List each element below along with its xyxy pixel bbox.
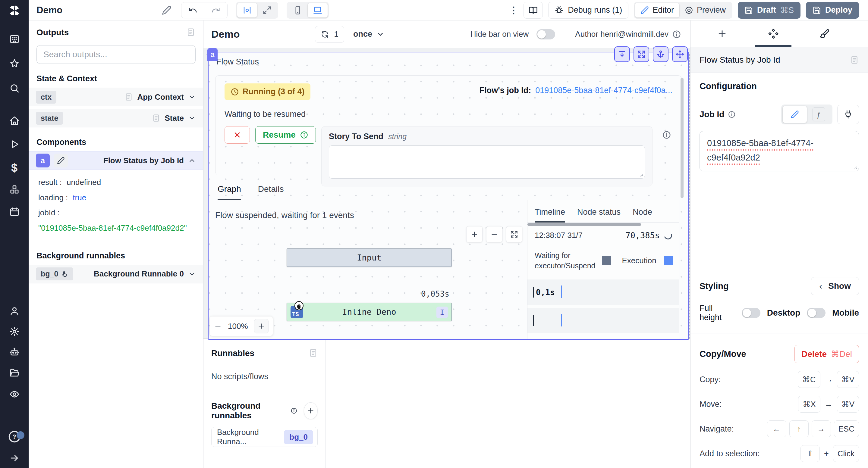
favorites-star-icon[interactable] [9, 59, 20, 69]
tab-graph[interactable]: Graph [218, 184, 241, 200]
timeline-row[interactable]: 0,1s [527, 279, 679, 305]
mobile-label: Mobile [832, 308, 859, 318]
zoom-increase-button[interactable] [254, 319, 269, 333]
panel-doc-icon[interactable] [309, 348, 318, 358]
apps-icon[interactable] [9, 34, 20, 44]
component-a-badge: a [36, 154, 50, 167]
component-vertical-scrollbar[interactable] [681, 78, 684, 198]
story-textarea[interactable] [329, 145, 645, 178]
schedules-calendar-icon[interactable] [9, 207, 20, 217]
ctx-output-row[interactable]: ctx App Context [29, 88, 203, 106]
settings-gear-icon[interactable] [9, 327, 20, 337]
resize-handle-icon[interactable] [851, 163, 858, 170]
resources-boxes-icon[interactable] [9, 184, 20, 195]
flow-status-tabs: Graph Details [218, 184, 679, 200]
app-canvas[interactable]: a Flow Status Running (3 of 4) Flow's jo… [204, 48, 690, 338]
chevron-down-icon[interactable] [188, 270, 196, 278]
refresh-button[interactable]: 1 [315, 26, 344, 43]
info-icon[interactable] [290, 407, 298, 415]
flow-graph-pane[interactable]: Flow suspended, waiting for 1 events Inp… [209, 200, 527, 340]
docs-book-button[interactable] [524, 2, 543, 19]
tab-node-definition[interactable]: Node [632, 207, 652, 222]
desktop-toggle[interactable] [807, 308, 826, 318]
resize-handle-icon[interactable] [637, 170, 644, 177]
chevron-up-icon[interactable] [188, 157, 196, 164]
panel-doc-icon[interactable] [186, 28, 195, 37]
panel-doc-icon[interactable] [850, 56, 859, 64]
component-a-row[interactable]: a Flow Status by Job Id [29, 151, 203, 170]
delete-component-button[interactable]: Delete ⌘Del [795, 345, 859, 363]
graph-node-input[interactable]: Input [287, 248, 452, 267]
bg0-output-row[interactable]: bg_0 Background Runnable 0 [29, 265, 203, 283]
show-styling-button[interactable]: ‹ Show [811, 277, 859, 295]
tab-timeline[interactable]: Timeline [535, 207, 565, 223]
variables-dollar-icon[interactable]: $ [11, 161, 18, 174]
user-icon[interactable] [9, 306, 20, 316]
graph-node-inline-deno[interactable]: TS Inline Deno I [287, 303, 452, 321]
ctx-badge: ctx [36, 91, 56, 104]
desktop-label: Desktop [767, 308, 800, 318]
expand-rail-arrow-icon[interactable] [9, 453, 20, 463]
selected-component-tag[interactable]: a [207, 48, 218, 61]
component-settings-tab[interactable] [748, 21, 799, 47]
preview-tab[interactable]: Preview [679, 3, 731, 18]
anchor-component-button[interactable] [653, 46, 669, 62]
audit-eye-icon[interactable] [9, 389, 20, 399]
state-output-row[interactable]: state State [29, 109, 203, 127]
move-component-button[interactable] [672, 46, 688, 62]
info-icon[interactable] [662, 130, 671, 139]
jobid-prop[interactable]: jobId :"0191085e-5baa-81ef-4774-c9ef4f0a… [38, 205, 197, 235]
tab-details[interactable]: Details [258, 184, 284, 200]
job-id-input[interactable]: 0191085e-5baa-81ef-4774-c9ef4f0a92d2 [700, 131, 859, 171]
undo-button[interactable] [181, 2, 204, 18]
timeline-horizontal-scrollbar[interactable] [527, 223, 641, 226]
windmill-logo[interactable] [8, 4, 21, 17]
align-bottom-button[interactable] [614, 46, 630, 62]
resume-flow-button[interactable]: Resume [255, 126, 316, 144]
graph-fullscreen-button[interactable] [506, 226, 522, 242]
edit-component-pencil-icon[interactable] [54, 154, 68, 167]
background-runnable-item[interactable]: Background Runna... bg_0 [211, 427, 318, 447]
chevron-down-icon[interactable] [188, 93, 196, 101]
schedule-dropdown[interactable]: once [353, 30, 384, 39]
search-outputs-input[interactable] [36, 45, 195, 64]
hide-bar-toggle[interactable] [536, 29, 555, 39]
add-background-runnable-button[interactable] [304, 402, 318, 419]
cancel-flow-button[interactable] [224, 126, 250, 144]
expand-component-button[interactable] [633, 46, 649, 62]
timeline-row[interactable] [527, 308, 679, 333]
tab-node-status[interactable]: Node status [577, 207, 621, 222]
styling-tab[interactable] [799, 21, 850, 47]
search-icon[interactable] [9, 83, 20, 93]
deploy-button[interactable]: Deploy [806, 2, 859, 19]
full-height-toggle[interactable] [742, 308, 761, 318]
expression-input-fx-button[interactable]: ƒ [807, 106, 831, 123]
fullwidth-layout-button[interactable] [257, 3, 277, 18]
graph-zoom-out-button[interactable] [486, 226, 502, 242]
editor-tab[interactable]: Editor [635, 3, 679, 18]
info-icon[interactable] [728, 110, 736, 119]
result-prop[interactable]: result :undefined [38, 175, 197, 190]
runs-play-icon[interactable] [9, 139, 20, 149]
loading-prop[interactable]: loading :true [38, 190, 197, 205]
chevron-down-icon[interactable] [188, 114, 196, 122]
zoom-decrease-button[interactable] [214, 322, 222, 330]
redo-button[interactable] [204, 2, 227, 18]
debug-runs-button[interactable]: Debug runs (1) [548, 2, 628, 19]
draft-save-button[interactable]: Draft ⌘S [738, 2, 801, 19]
more-options-kebab-icon[interactable]: ⋮ [509, 6, 518, 15]
folders-icon[interactable] [9, 368, 20, 378]
desktop-view-button[interactable] [308, 3, 328, 18]
home-icon[interactable] [9, 115, 20, 126]
ai-robot-icon[interactable] [9, 347, 20, 357]
flow-job-id-link[interactable]: 0191085e-5baa-81ef-4774-c9ef4f0a... [535, 86, 673, 95]
graph-zoom-in-button[interactable] [466, 226, 483, 242]
info-icon[interactable] [672, 30, 681, 39]
static-input-pencil-button[interactable] [783, 106, 807, 123]
flow-status-component[interactable]: Flow Status Running (3 of 4) Flow's job … [208, 52, 689, 340]
mobile-view-button[interactable] [288, 3, 308, 18]
connect-input-plug-button[interactable] [837, 105, 859, 124]
rename-app-pencil-icon[interactable] [162, 5, 172, 15]
insert-component-tab[interactable] [696, 21, 748, 47]
centered-layout-button[interactable] [237, 3, 257, 18]
